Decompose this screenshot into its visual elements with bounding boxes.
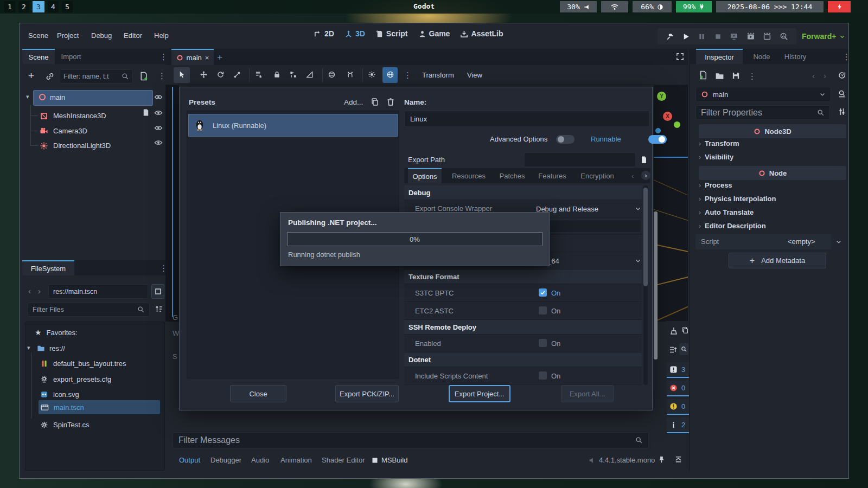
export-path-browse-button[interactable]	[637, 152, 650, 167]
menu-debug[interactable]: Debug	[91, 31, 112, 40]
workspace-1[interactable]: 1	[4, 1, 15, 12]
group-editor-description[interactable]: ›Editor Description	[699, 222, 766, 230]
pause-icon[interactable]	[698, 33, 706, 41]
profiler-reel-icon[interactable]	[780, 32, 788, 41]
save-icon[interactable]	[732, 72, 740, 80]
eye-icon[interactable]	[154, 124, 163, 132]
pin-bottom-panel-icon[interactable]	[658, 455, 666, 464]
bottom-tab-animation[interactable]: Animation	[280, 456, 312, 464]
tab-assetlib[interactable]: AssetLib	[460, 29, 503, 38]
export-all-button[interactable]: Export All...	[561, 385, 614, 402]
scene-node-camera[interactable]: Camera3D	[40, 124, 164, 138]
collapse-arrow-icon[interactable]: ▾	[27, 344, 30, 351]
power-menu-button[interactable]	[828, 1, 851, 12]
script-attached-icon[interactable]	[142, 108, 150, 117]
collapse-duplicates-icon[interactable]	[669, 345, 678, 354]
option-text-field[interactable]	[536, 220, 641, 233]
group-process[interactable]: ›Process	[699, 181, 732, 189]
inspector-forward-icon[interactable]: ›	[824, 71, 826, 80]
stop-icon[interactable]	[714, 33, 722, 41]
transform-menu[interactable]: Transform	[422, 71, 454, 79]
class-header-node[interactable]: Node	[699, 166, 846, 180]
list-select-icon[interactable]	[255, 70, 263, 79]
file-icon-svg[interactable]: icon.svg	[40, 388, 79, 401]
expand-viewport-icon[interactable]	[676, 53, 684, 61]
bottom-tab-output[interactable]: Output	[179, 456, 200, 464]
architecture-dropdown[interactable]: x86_64	[536, 254, 641, 267]
export-tab-options[interactable]: Options	[408, 168, 442, 183]
search-output-button[interactable]	[679, 343, 688, 355]
remote-debug-icon[interactable]	[730, 32, 738, 41]
wifi-indicator[interactable]	[601, 1, 628, 12]
filesystem-filter-input[interactable]: Filter Files	[28, 303, 150, 317]
load-resource-folder-icon[interactable]	[715, 72, 724, 81]
scene-node-light[interactable]: DirectionalLight3D	[40, 138, 164, 153]
movie-play-icon[interactable]	[746, 32, 755, 41]
eye-icon[interactable]	[154, 108, 163, 117]
eye-icon[interactable]	[154, 138, 163, 147]
gizmo-axis-dot[interactable]	[655, 128, 661, 133]
tabs-scroll-left-icon[interactable]: ‹	[631, 172, 634, 180]
skeleton-options-icon[interactable]	[346, 70, 354, 79]
group-auto-translate[interactable]: ›Auto Translate	[699, 208, 754, 216]
scrollbar-thumb[interactable]	[654, 211, 658, 359]
resource-options-icon[interactable]: ⋮	[748, 72, 756, 80]
bottom-tab-msbuild[interactable]: MSBuild	[372, 456, 407, 464]
export-tab-encryption[interactable]: Encryption	[576, 168, 618, 183]
script-value[interactable]: <empty>	[788, 237, 815, 246]
class-header-node3d[interactable]: Node3D	[699, 124, 846, 138]
include-scripts-checkbox[interactable]	[539, 371, 547, 380]
volume-indicator[interactable]: 30%	[560, 1, 597, 12]
runnable-toggle[interactable]	[648, 135, 667, 144]
tab-node[interactable]: Node	[748, 49, 775, 64]
file-main-tscn[interactable]: main.tscn	[39, 400, 160, 414]
workspace-5[interactable]: 5	[62, 1, 73, 12]
brightness-indicator[interactable]: 66%	[633, 1, 672, 12]
tab-inspector[interactable]: Inspector	[696, 49, 743, 64]
advanced-options-toggle[interactable]	[556, 135, 575, 144]
issues-filter-toggle[interactable]: 3	[667, 362, 689, 378]
new-resource-icon[interactable]	[699, 70, 708, 80]
object-history-icon[interactable]	[838, 71, 846, 80]
tab-3d[interactable]: 3D	[344, 29, 365, 38]
snap-object-icon[interactable]	[328, 70, 336, 79]
ruler-icon[interactable]	[305, 70, 314, 79]
errors-filter-toggle[interactable]: 0	[667, 381, 689, 396]
copy-output-icon[interactable]	[681, 326, 689, 334]
export-tab-patches[interactable]: Patches	[496, 168, 528, 183]
duplicate-preset-icon[interactable]	[371, 98, 379, 106]
tab-import[interactable]: Import	[55, 49, 87, 64]
tab-script[interactable]: Script	[375, 29, 408, 38]
sort-files-icon[interactable]	[155, 305, 163, 313]
property-tools-icon[interactable]	[838, 107, 846, 116]
play-icon[interactable]	[682, 33, 690, 41]
scene-filter-input[interactable]: Filter: name, t:t	[60, 69, 133, 84]
file-export-presets[interactable]: export_presets.cfg	[40, 373, 111, 386]
movie-window-icon[interactable]	[763, 32, 771, 41]
preview-sunlight-icon[interactable]	[368, 70, 376, 79]
bottom-tab-audio[interactable]: Audio	[251, 456, 269, 464]
datetime-indicator[interactable]: 2025-08-06 >>> 12:44	[716, 1, 824, 12]
battery-indicator[interactable]: 99%	[676, 1, 712, 12]
export-project-button[interactable]: Export Project...	[449, 385, 510, 402]
menu-editor[interactable]: Editor	[124, 31, 142, 40]
file-spintest[interactable]: SpinTest.cs	[40, 418, 89, 431]
close-tab-icon[interactable]: ×	[205, 54, 209, 62]
nav-forward-icon[interactable]: ›	[38, 286, 41, 296]
move-tool-icon[interactable]	[200, 70, 208, 79]
info-filter-toggle[interactable]: 2	[667, 418, 689, 433]
clear-output-icon[interactable]	[669, 326, 678, 335]
split-view-button[interactable]	[151, 284, 164, 299]
renderer-selector[interactable]: Forward+	[802, 32, 845, 41]
audio-mute-icon[interactable]	[589, 457, 596, 464]
gizmo-x-axis[interactable]: X	[663, 112, 672, 121]
gizmo-y-axis[interactable]: Y	[657, 92, 666, 101]
node-selector[interactable]: main	[695, 87, 831, 102]
rotate-tool-icon[interactable]	[216, 70, 225, 79]
script-dropdown[interactable]	[831, 234, 846, 249]
collapse-arrow-icon[interactable]: ▾	[26, 93, 29, 100]
view-menu[interactable]: View	[467, 71, 482, 79]
ssh-enabled-checkbox[interactable]	[539, 339, 547, 347]
attach-script-icon[interactable]	[139, 72, 148, 81]
tab-scene[interactable]: Scene	[22, 49, 55, 64]
